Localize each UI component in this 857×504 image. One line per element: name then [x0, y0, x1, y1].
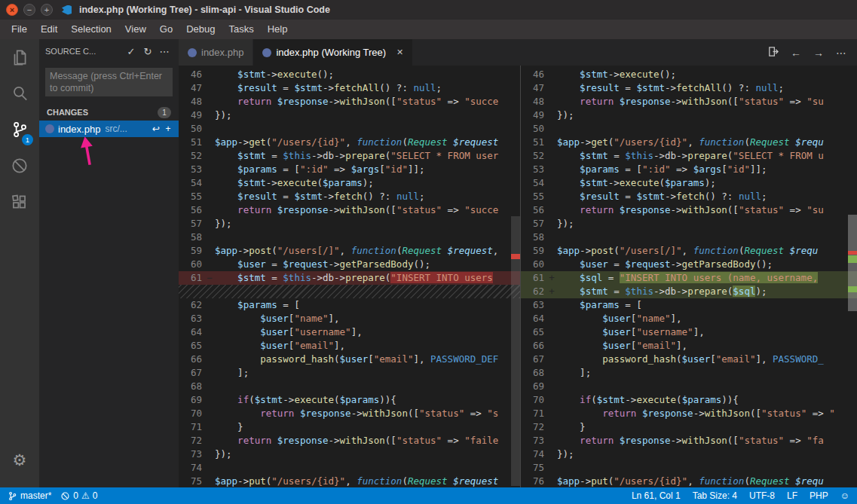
- change-item-index-php[interactable]: index.php src/... ↩ +: [39, 121, 179, 137]
- explorer-icon[interactable]: [0, 39, 39, 75]
- feedback-smiley-icon[interactable]: ☺: [840, 490, 849, 501]
- code-line-55: 55 $result = $stmt->fetch() ?: null;: [521, 190, 857, 203]
- eol-status[interactable]: LF: [787, 490, 797, 501]
- diff-original-pane[interactable]: 46 $stmt->execute();47 $result = $stmt->…: [179, 66, 520, 487]
- menu-file[interactable]: File: [5, 23, 34, 35]
- close-tab-icon[interactable]: ✕: [396, 47, 403, 57]
- code-line-54: 54 $stmt->execute($params);: [521, 176, 857, 190]
- stage-changes-icon[interactable]: +: [162, 124, 174, 134]
- gear-glyph: ⚙: [13, 451, 27, 469]
- code-line-58: 58: [179, 231, 520, 244]
- branch-label: master*: [20, 490, 51, 501]
- overview-added-mark: [848, 286, 857, 292]
- diff-editor: 46 $stmt->execute();47 $result = $stmt->…: [179, 66, 857, 487]
- editor-group: index.php index.php (Working Tree) ✕ ← →…: [179, 39, 857, 487]
- activity-bar: 1 ⚙: [0, 39, 39, 487]
- code-line-76: 76$app->put("/users/{id}", function(Requ…: [521, 475, 857, 487]
- window-close-button[interactable]: ×: [6, 4, 18, 16]
- code-line-65: 65 $user["email"],: [179, 339, 520, 353]
- scm-more-actions-icon[interactable]: ⋯: [156, 46, 173, 57]
- sidebar-header: SOURCE C... ✓ ↻ ⋯: [39, 39, 179, 63]
- menu-view[interactable]: View: [118, 23, 153, 35]
- errors-warnings-status[interactable]: 0 ⚠ 0: [60, 490, 97, 501]
- commit-message-input[interactable]: Message (press Ctrl+Enter to commit): [45, 68, 173, 96]
- diff-modified-pane[interactable]: 46 $stmt->execute();47 $result = $stmt->…: [520, 66, 857, 487]
- menu-go[interactable]: Go: [153, 23, 179, 35]
- discard-changes-icon[interactable]: ↩: [150, 124, 162, 134]
- code-line-61: 61+ $sql = "INSERT INTO users (name, use…: [521, 271, 857, 285]
- warning-count: 0: [93, 490, 98, 501]
- code-line-59: 59$app->post("/users[/]", function(Reque…: [179, 244, 520, 258]
- next-change-icon[interactable]: →: [813, 47, 824, 59]
- warning-icon: ⚠: [81, 490, 90, 501]
- code-line-53: 53 $params = [":id" => $args["id"]];: [521, 163, 857, 176]
- code-line-54: 54 $stmt->execute($params);: [179, 176, 520, 190]
- commit-check-icon[interactable]: ✓: [123, 46, 139, 57]
- extensions-icon[interactable]: [0, 184, 39, 220]
- overview-removed-mark: [511, 254, 520, 259]
- vscode-logo-icon: [62, 5, 72, 15]
- menu-selection[interactable]: Selection: [64, 23, 118, 35]
- titlebar: × − + index.php (Working Tree) - slim-ap…: [0, 0, 857, 20]
- menu-edit[interactable]: Edit: [34, 23, 64, 35]
- code-line-48: 48 return $response->withJson(["status" …: [521, 95, 857, 108]
- code-line-69: 69: [521, 380, 857, 393]
- git-branch-status[interactable]: master*: [8, 490, 51, 501]
- menubar-items: FileEditSelectionViewGoDebugTasksHelp: [5, 20, 294, 39]
- changes-label: CHANGES: [47, 108, 88, 117]
- tab-size-status[interactable]: Tab Size: 4: [693, 490, 737, 501]
- settings-gear-icon[interactable]: ⚙: [0, 442, 39, 478]
- cursor-position-status[interactable]: Ln 61, Col 1: [632, 490, 681, 501]
- code-line-70: 70 return $response->withJson(["status" …: [179, 407, 520, 420]
- code-line-67: 67 password_hash($user["email"], PASSWOR…: [521, 353, 857, 366]
- code-line-72: 72 return $response->withJson(["status" …: [179, 434, 520, 447]
- code-line-75: 75: [521, 461, 857, 475]
- tab-index-php-working-tree[interactable]: index.php (Working Tree) ✕: [253, 39, 413, 66]
- code-line-50: 50: [521, 122, 857, 136]
- code-line-47: 47 $result = $stmt->fetchAll() ?: null;: [179, 81, 520, 95]
- language-mode-status[interactable]: PHP: [810, 490, 828, 501]
- open-file-icon[interactable]: [767, 46, 779, 60]
- code-line-59: 59$app->post("/users[/]", function(Reque…: [521, 244, 857, 258]
- code-line-64: 64 $user["username"],: [179, 325, 520, 339]
- activity-bar-bottom: ⚙: [0, 442, 39, 487]
- code-line-73: 73});: [179, 447, 520, 461]
- code-line-52: 52 $stmt = $this->db->prepare("SELECT * …: [521, 149, 857, 163]
- code-line-48: 48 return $response->withJson(["status" …: [179, 95, 520, 108]
- php-file-icon: [45, 124, 54, 133]
- error-count: 0: [73, 490, 78, 501]
- previous-change-icon[interactable]: ←: [791, 47, 801, 59]
- debug-icon[interactable]: [0, 148, 39, 184]
- code-line-70: 70 if($stmt->execute($params)){: [521, 393, 857, 407]
- editor-more-actions-icon[interactable]: ⋯: [836, 47, 846, 59]
- tab-label: index.php (Working Tree): [276, 47, 386, 58]
- code-line-63: 63 $params = [: [521, 298, 857, 312]
- code-line-55: 55 $result = $stmt->fetch() ?: null;: [179, 190, 520, 203]
- search-icon[interactable]: [0, 75, 39, 111]
- scm-badge: 1: [22, 134, 33, 145]
- code-line-56: 56 return $response->withJson(["status" …: [521, 203, 857, 217]
- menu-help[interactable]: Help: [261, 23, 295, 35]
- code-line-63: 63 $user["name"],: [179, 312, 520, 325]
- window-controls: × − +: [6, 4, 53, 16]
- window-minimize-button[interactable]: −: [23, 4, 35, 16]
- encoding-status[interactable]: UTF-8: [749, 490, 775, 501]
- scrollbar-thumb[interactable]: [848, 215, 857, 311]
- changes-section-header[interactable]: CHANGES 1: [39, 104, 179, 121]
- code-line-51: 51$app->get("/users/{id}", function(Requ…: [521, 136, 857, 149]
- menu-debug[interactable]: Debug: [179, 23, 222, 35]
- code-line-65: 65 $user["username"],: [521, 325, 857, 339]
- code-line-61: 61− $stmt = $this->db->prepare("INSERT I…: [179, 271, 520, 285]
- source-control-icon[interactable]: 1: [0, 111, 39, 148]
- menu-tasks[interactable]: Tasks: [222, 23, 260, 35]
- refresh-icon[interactable]: ↻: [139, 46, 156, 57]
- workbench: 1 ⚙ SOURCE C... ✓ ↻ ⋯ Message (press Ctr…: [0, 39, 857, 487]
- status-bar: master* 0 ⚠ 0 Ln 61, Col 1 Tab Size: 4 U…: [0, 487, 857, 504]
- code-line-62: 62 $params = [: [179, 298, 520, 312]
- code-line-72: 72 }: [521, 420, 857, 434]
- window-title: index.php (Working Tree) - slim-api - Vi…: [79, 5, 330, 15]
- window-maximize-button[interactable]: +: [41, 4, 53, 16]
- code-line-74: 74});: [521, 447, 857, 461]
- tab-index-php[interactable]: index.php: [179, 39, 253, 66]
- editor-actions: ← → ⋯: [767, 39, 857, 66]
